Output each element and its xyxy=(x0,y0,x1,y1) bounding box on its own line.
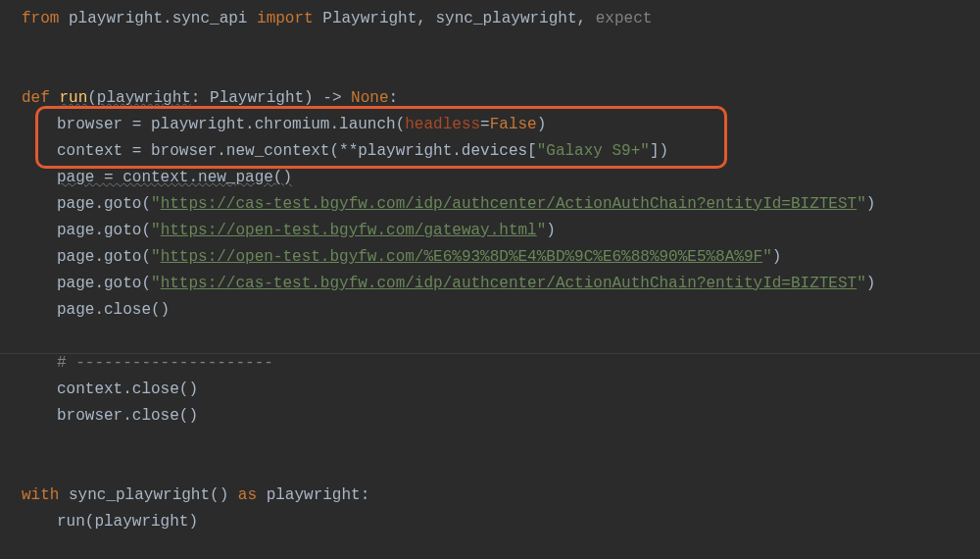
browser-close: browser.close() xyxy=(57,407,198,425)
signature-tail: : Playwright) -> xyxy=(191,89,351,107)
url-literal: https://open-test.bgyfw.com/gateway.html xyxy=(161,222,537,239)
code-editor: from playwright.sync_api import Playwrig… xyxy=(0,0,980,541)
blank-line xyxy=(22,59,968,85)
context-close: context.close() xyxy=(57,381,198,398)
blank-line xyxy=(22,456,968,483)
quote: " xyxy=(762,248,772,266)
code-line: page.goto("https://open-test.bgyfw.com/%… xyxy=(22,244,968,271)
function-name: run xyxy=(59,89,87,107)
code-line: context.close() xyxy=(22,377,968,403)
paren-close: ) xyxy=(546,222,556,239)
quote: " xyxy=(151,222,161,239)
keyword-as: as xyxy=(238,486,257,504)
paren-close: ) xyxy=(866,275,876,292)
comment: # --------------------- xyxy=(57,354,273,372)
import-expect: expect xyxy=(596,10,653,27)
paren-close: ) xyxy=(537,116,547,133)
code-line: page.goto("https://open-test.bgyfw.com/g… xyxy=(22,218,968,244)
with-var: playwright: xyxy=(257,486,369,504)
quote: " xyxy=(151,248,161,266)
colon: : xyxy=(389,89,399,107)
bracket-close: ]) xyxy=(650,142,668,160)
code-line: def run(playwright: Playwright) -> None: xyxy=(22,85,968,112)
equals: = xyxy=(480,116,490,133)
code-line: # --------------------- xyxy=(22,350,968,377)
blank-line xyxy=(22,32,968,59)
code-text: page = context.new_page() xyxy=(57,169,292,186)
code-line: browser = playwright.chromium.launch(hea… xyxy=(22,112,968,138)
keyword-from: from xyxy=(22,10,59,27)
code-line: page.goto("https://cas-test.bgyfw.com/id… xyxy=(22,191,968,218)
code-line: from playwright.sync_api import Playwrig… xyxy=(22,6,968,32)
goto-call: page.goto( xyxy=(57,275,151,292)
string-literal: "Galaxy S9+" xyxy=(537,142,650,160)
code-text: browser = playwright.chromium.launch( xyxy=(57,116,405,133)
page-close: page.close() xyxy=(57,301,170,319)
paren-close: ) xyxy=(772,248,782,266)
with-call: sync_playwright() xyxy=(59,486,237,504)
url-literal: https://cas-test.bgyfw.com/idp/authcente… xyxy=(161,195,858,213)
blank-line xyxy=(22,430,968,456)
goto-call: page.goto( xyxy=(57,195,151,213)
goto-call: page.goto( xyxy=(57,248,151,266)
import-names: Playwright, sync_playwright, xyxy=(322,10,595,27)
run-call: run(playwright) xyxy=(57,513,198,531)
return-type: None xyxy=(351,89,388,107)
quote: " xyxy=(537,222,547,239)
code-line: page.goto("https://cas-test.bgyfw.com/id… xyxy=(22,271,968,297)
blank-line xyxy=(22,324,968,350)
bool-false: False xyxy=(490,116,537,133)
module-name: playwright.sync_api xyxy=(69,10,247,27)
keyword-with: with xyxy=(22,486,59,504)
code-line: browser.close() xyxy=(22,403,968,430)
quote: " xyxy=(857,275,866,292)
paren-close: ) xyxy=(866,195,876,213)
param-name: playwright xyxy=(97,89,191,107)
goto-call: page.goto( xyxy=(57,222,151,239)
url-literal: https://open-test.bgyfw.com/%E6%93%8D%E4… xyxy=(161,248,763,266)
quote: " xyxy=(151,275,161,292)
quote: " xyxy=(151,195,161,213)
code-line: context = browser.new_context(**playwrig… xyxy=(22,138,968,165)
paren-open: ( xyxy=(87,89,97,107)
keyword-import: import xyxy=(257,10,314,27)
code-line: page.close() xyxy=(22,297,968,324)
keyword-def: def xyxy=(22,89,50,107)
code-line: page = context.new_page() xyxy=(22,165,968,191)
kwarg-name: headless xyxy=(405,116,480,133)
quote: " xyxy=(857,195,866,213)
code-line: run(playwright) xyxy=(22,509,968,535)
url-literal: https://cas-test.bgyfw.com/idp/authcente… xyxy=(161,275,858,292)
code-text: context = browser.new_context(**playwrig… xyxy=(57,142,537,160)
code-line: with sync_playwright() as playwright: xyxy=(22,483,968,509)
